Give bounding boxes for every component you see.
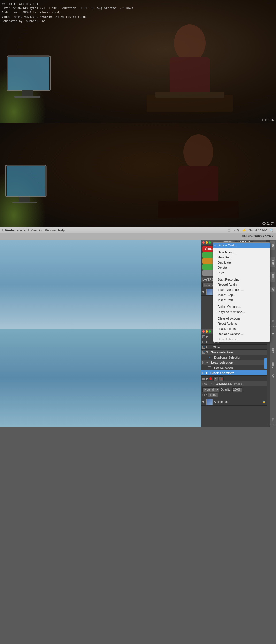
context-menu-1: Button Mode New Action... New Set... Dup…: [213, 242, 270, 342]
triangle-black-white: [206, 372, 208, 374]
context-item-reset-actions[interactable]: Reset Actions: [213, 321, 270, 326]
layers-tab-1[interactable]: LAYERS: [202, 278, 214, 281]
triangle-close: [206, 346, 208, 348]
action-item-black-white[interactable]: ✓ Black and white: [201, 370, 267, 376]
svg-rect-3: [155, 92, 224, 98]
scroll-thumb[interactable]: [264, 358, 267, 369]
check-save-selection: ✓: [202, 351, 205, 354]
check-black-white: ✓: [202, 372, 205, 374]
finder-menu[interactable]: Finder: [5, 229, 15, 232]
clock: Sun 4:14 PM: [249, 229, 267, 232]
context-item-action-options[interactable]: Action Options...: [213, 304, 270, 309]
context-item-clear-actions[interactable]: Clear All Actions: [213, 316, 270, 321]
actions-toolbar: + 🗑: [201, 376, 267, 381]
person-silhouette-2: [158, 132, 239, 218]
max-btn-2[interactable]: [209, 330, 211, 333]
context-item-insert-path[interactable]: Insert Path: [213, 297, 270, 303]
lock-icon-2: 🔒: [262, 400, 266, 403]
check-set-selection: ✓: [208, 366, 211, 369]
sidebar-esia-2: ESIA: [272, 360, 274, 370]
min-btn-2[interactable]: [206, 330, 208, 333]
play-button[interactable]: [206, 377, 208, 380]
workspace-bar: JIM'S WORKSPACE ▾: [0, 233, 276, 240]
svg-rect-6: [22, 90, 33, 96]
volume-icon[interactable]: ♪: [233, 228, 235, 232]
opacity-label: Opacity:: [221, 388, 231, 391]
spotlight-icon[interactable]: 🔍: [269, 228, 274, 232]
context-item-button-mode[interactable]: Button Mode: [213, 243, 270, 248]
check-load-selection: ✓: [202, 361, 205, 364]
opacity-input[interactable]: [232, 387, 242, 392]
new-action-button[interactable]: +: [213, 376, 218, 381]
help-menu[interactable]: Help: [58, 229, 65, 232]
stop-button[interactable]: [202, 378, 205, 380]
divider-3: [213, 303, 270, 303]
apple-icon[interactable]: : [2, 228, 3, 232]
record-button[interactable]: [209, 377, 212, 380]
right-sidebar: EN OOM ESIA UP 01 – 00:03:10: [270, 240, 276, 329]
context-item-load-actions[interactable]: Load Actions...: [213, 326, 270, 331]
eye-icon-1[interactable]: 👁: [202, 290, 205, 293]
context-item-replace-actions[interactable]: Replace Actions...: [213, 331, 270, 336]
context-item-delete[interactable]: Delete: [213, 265, 270, 270]
check-dup-selection: ✓: [208, 356, 211, 359]
sidebar-en: EN: [270, 241, 275, 250]
context-item-new-action[interactable]: New Action...: [213, 250, 270, 255]
window-menu[interactable]: Window: [45, 229, 56, 232]
context-item-save-actions[interactable]: Save Actions...: [213, 336, 270, 342]
layers-tab-2[interactable]: LAYERS: [202, 382, 214, 386]
action-item-set-selection[interactable]: ✓ Set Selection: [201, 365, 267, 370]
layer-name-2: Background: [214, 400, 229, 403]
time-machine-icon[interactable]: ⊙: [237, 228, 240, 232]
divider-1: [213, 249, 270, 249]
edit-menu[interactable]: Edit: [24, 229, 29, 232]
svg-rect-7: [14, 96, 40, 98]
go-menu[interactable]: Go: [39, 229, 43, 232]
video-frame-2: 00:02:07: [0, 123, 276, 227]
triangle-save-selection: [206, 351, 208, 353]
close-btn-1[interactable]: [202, 241, 205, 244]
view-menu[interactable]: View: [31, 229, 38, 232]
canvas-area-1: [0, 240, 201, 329]
svg-rect-10: [158, 201, 239, 218]
action-item-save-selection-group[interactable]: ✓ Save selection: [201, 350, 267, 355]
monitor-1: [6, 55, 52, 106]
triangle-levels: [206, 336, 208, 338]
monitor-2: [4, 164, 47, 212]
screen-icon[interactable]: ⊡: [228, 228, 231, 232]
context-item-record-again[interactable]: Record Again...: [213, 282, 270, 287]
context-item-duplicate[interactable]: Duplicate: [213, 260, 270, 265]
workspace-label[interactable]: JIM'S WORKSPACE ▾: [241, 235, 274, 238]
action-item-close[interactable]: ✓ Close: [201, 345, 267, 350]
ps-area-1: EN OOM ESIA UP 01 – 00:03:10 HISTORY: [0, 240, 276, 329]
max-btn-1[interactable]: [209, 241, 211, 244]
fill-input[interactable]: [208, 393, 218, 397]
timestamp-1: 00:01:06: [262, 119, 274, 122]
min-btn-1[interactable]: [206, 241, 208, 244]
context-item-new-set[interactable]: New Set...: [213, 255, 270, 260]
context-item-insert-menu-item[interactable]: Insert Menu Item...: [213, 287, 270, 292]
context-item-play[interactable]: Play: [213, 270, 270, 275]
delete-action-button[interactable]: 🗑: [219, 376, 224, 381]
menu-bar:  Finder File Edit View Go Window Help ⊡…: [0, 227, 276, 233]
svg-point-8: [183, 134, 213, 170]
sidebar-up-2: UP: [272, 374, 274, 380]
film-meta: 001 Intro Actions.mp4 Size: 22 867148 by…: [2, 2, 133, 23]
action-item-load-selection-group[interactable]: ✓ Load selection: [201, 360, 267, 365]
action-item-duplicate-selection[interactable]: ✓ Duplicate Selection: [201, 355, 267, 360]
file-menu[interactable]: File: [17, 229, 22, 232]
paths-tab-2[interactable]: PATHS: [234, 382, 243, 386]
blend-mode-select-2[interactable]: Normal: [202, 387, 219, 392]
context-item-start-recording[interactable]: Start Recording: [213, 277, 270, 282]
bluetooth-icon[interactable]: ⚡: [242, 228, 246, 232]
svg-rect-12: [7, 166, 45, 196]
eye-icon-2[interactable]: 👁: [202, 400, 205, 403]
context-item-insert-stop[interactable]: Insert Stop...: [213, 292, 270, 297]
svg-point-0: [174, 24, 206, 62]
sidebar-oom: OOM: [270, 257, 275, 267]
channels-tab-2[interactable]: CHANNELS: [216, 382, 232, 386]
close-btn-2[interactable]: [202, 330, 205, 333]
sidebar-esia: ESIA: [270, 272, 275, 282]
layer-thumb-2: [206, 399, 213, 405]
context-item-playback-options[interactable]: Playback Options...: [213, 309, 270, 314]
